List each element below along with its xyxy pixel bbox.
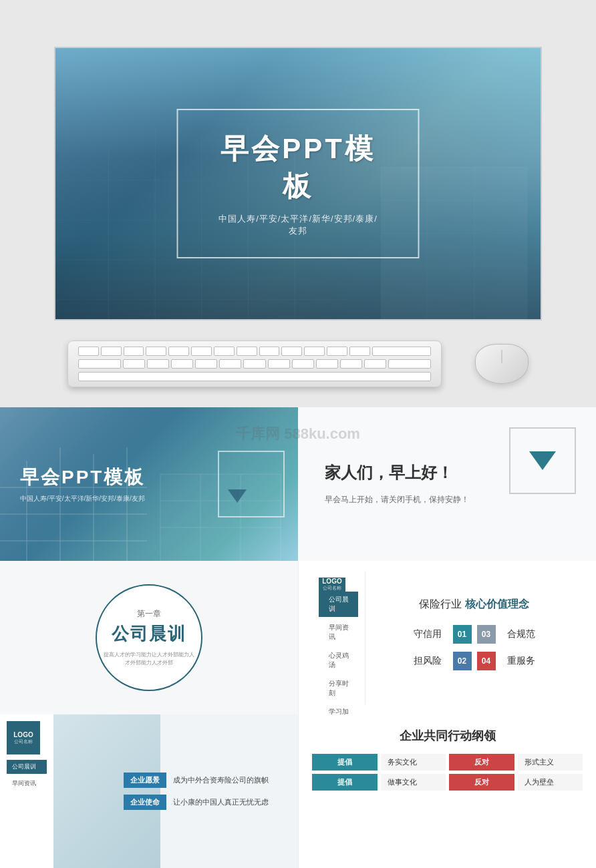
action-label-1: 提倡 (312, 754, 378, 771)
p5-logo-col: LOGO 公司名称 公司晨训 早间资讯 (0, 714, 53, 868)
top-slide-subtitle: 中国人寿/平安/太平洋/新华/安邦/泰康/友邦 (218, 213, 378, 237)
chapter-circle: 第一章 公司晨训 提高人才的学习能力让人才外部能力人才外部能力人才外部 (96, 584, 202, 691)
action-table: 提倡 务实文化 反对 形式主义 提倡 做事文化 反对 人为壁垒 (312, 754, 583, 791)
panel1-content: 早会PPT模板 中国人寿/平安/太平洋/新华/安邦/泰康/友邦 (20, 465, 145, 503)
p4-nav-soup[interactable]: 心灵鸡汤 (319, 648, 358, 673)
bottom-row-3: LOGO 公司名称 公司晨训 早间资讯 企业愿景 成为中外合资寿险公司的旗帜 企… (0, 714, 596, 868)
p4-logo: LOGO 公司名称 (319, 578, 345, 592)
values-row-2: 担风险 02 04 重服务 (376, 652, 573, 670)
bottom-row-2: 第一章 公司晨训 提高人才的学习能力让人才外部能力人才外部能力人才外部 LOGO… (0, 561, 596, 714)
action-val-1: 务实文化 (381, 754, 446, 771)
p4-nav-news[interactable]: 早间资讯 (319, 620, 358, 645)
panel-core-values: LOGO 公司名称 公司晨训 早间资讯 心灵鸡汤 分享时刻 学习加油站 工作联系… (298, 561, 596, 714)
bottom-row-1: 早会PPT模板 中国人寿/平安/太平洋/新华/安邦/泰康/友邦 家人们，早上好！… (0, 407, 596, 561)
chapter-label: 第一章 (137, 608, 161, 620)
action-val-2: 做事文化 (381, 774, 446, 791)
panel-greeting: 家人们，早上好！ 早会马上开始，请关闭手机，保持安静！ (298, 407, 596, 561)
action-label-2: 提倡 (312, 774, 378, 791)
panel-title-small: 早会PPT模板 中国人寿/平安/太平洋/新华/安邦/泰康/友邦 (0, 407, 298, 561)
panel2-arrow-box (509, 427, 576, 494)
enterprise-row-1: 企业愿景 成为中外合资寿险公司的旗帜 (124, 773, 288, 788)
p6-title: 企业共同行动纲领 (312, 728, 583, 744)
panel-enterprise: LOGO 公司名称 公司晨训 早间资讯 企业愿景 成为中外合资寿险公司的旗帜 企… (0, 714, 298, 868)
ent-badge-mission: 企业使命 (124, 795, 166, 810)
action-oppose-val-2: 人为壁垒 (518, 774, 583, 791)
panel1-subtitle: 中国人寿/平安/太平洋/新华/安邦/泰康/友邦 (20, 494, 145, 503)
p4-body: 保险行业 核心价值理念 守信用 01 03 合规范 担风险 02 04 重服务 (365, 571, 583, 704)
p5-logo: LOGO 公司名称 (7, 721, 40, 754)
p4-nav-share[interactable]: 分享时刻 (319, 676, 358, 701)
top-slide-content-box: 早会PPT模板 中国人寿/平安/太平洋/新华/安邦/泰康/友邦 (177, 109, 420, 258)
p5-nav: 公司晨训 早间资讯 (7, 760, 47, 791)
p4-main-title: 保险行业 核心价值理念 (376, 598, 573, 612)
ent-text-vision: 成为中外合资寿险公司的旗帜 (173, 775, 269, 785)
action-oppose-1: 反对 (449, 754, 514, 771)
p4-sidebar: LOGO 公司名称 公司晨训 早间资讯 心灵鸡汤 分享时刻 学习加油站 工作联系 (312, 571, 365, 704)
p4-nav-morning[interactable]: 公司晨训 (319, 592, 358, 617)
mouse (475, 344, 529, 384)
ent-badge-vision: 企业愿景 (124, 773, 166, 788)
top-slide-title: 早会PPT模板 (218, 130, 378, 205)
top-slide: 早会PPT模板 中国人寿/平安/太平洋/新华/安邦/泰康/友邦 (54, 47, 542, 320)
action-oppose-2: 反对 (449, 774, 514, 791)
enterprise-row-2: 企业使命 让小康的中国人真正无忧无虑 (124, 795, 288, 810)
values-row-1: 守信用 01 03 合规范 (376, 625, 573, 644)
panel1-arrow (228, 489, 247, 503)
p5-nav-morning[interactable]: 公司晨训 (7, 760, 47, 774)
ent-text-mission: 让小康的中国人真正无忧无虑 (173, 797, 269, 807)
greeting-sub: 早会马上开始，请关闭手机，保持安静！ (325, 493, 569, 506)
panel1-title: 早会PPT模板 (20, 465, 145, 490)
panel-chapter: 第一章 公司晨训 提高人才的学习能力让人才外部能力人才外部能力人才外部 (0, 561, 298, 714)
keyboard (67, 341, 442, 387)
panel1-box (218, 451, 285, 517)
chapter-main: 公司晨训 (112, 622, 186, 646)
p5-nav-news[interactable]: 早间资讯 (7, 777, 47, 791)
enterprise-items: 企业愿景 成为中外合资寿险公司的旗帜 企业使命 让小康的中国人真正无忧无虑 (63, 773, 288, 810)
panel2-down-arrow (529, 451, 556, 470)
chapter-desc: 提高人才的学习能力让人才外部能力人才外部能力人才外部 (97, 651, 201, 667)
action-oppose-val-1: 形式主义 (518, 754, 583, 771)
panel-action-agenda: 企业共同行动纲领 提倡 务实文化 反对 形式主义 提倡 做事文化 反对 人为壁垒 (298, 714, 596, 868)
keyboard-area (54, 341, 542, 387)
